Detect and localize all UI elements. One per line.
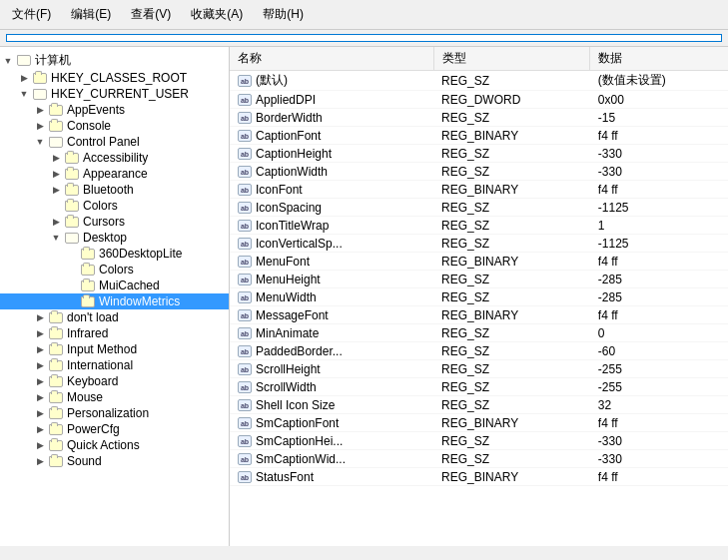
tree-expander[interactable]: ▶ [32,440,48,450]
tree-expander[interactable]: ▶ [32,328,48,338]
table-cell-data: -330 [590,163,728,181]
tree-expander[interactable]: ▶ [32,121,48,131]
tree-item-sound[interactable]: ▶Sound [0,453,229,469]
tree-item-quickactions[interactable]: ▶Quick Actions [0,437,229,453]
tree-item-colors2[interactable]: Colors [0,262,229,278]
type-icon: ab [238,274,252,285]
tree-expander[interactable]: ▶ [32,360,48,370]
table-cell-name: abMessageFont [230,306,433,324]
table-row[interactable]: abCaptionHeightREG_SZ-330 [230,145,728,163]
tree-item-mouse[interactable]: ▶Mouse [0,389,229,405]
tree-item-console[interactable]: ▶Console [0,118,229,134]
table-row[interactable]: abAppliedDPIREG_DWORD0x00 [230,91,728,109]
tree-item-colors[interactable]: Colors [0,198,229,214]
table-row[interactable]: abCaptionFontREG_BINARYf4 ff [230,127,728,145]
tree-expander[interactable]: ▶ [32,344,48,354]
table-cell-type: REG_BINARY [433,127,590,145]
table-row[interactable]: abCaptionWidthREG_SZ-330 [230,163,728,181]
table-row[interactable]: ab(默认)REG_SZ(数值未设置) [230,71,728,91]
type-icon: ab [238,327,252,339]
table-cell-type: REG_SZ [433,217,590,235]
tree-expander[interactable]: ▶ [32,312,48,322]
tree-expander[interactable]: ▶ [48,169,64,179]
tree-expander[interactable]: ▶ [48,153,64,163]
tree-expander[interactable]: ▼ [0,56,16,66]
tree-expander[interactable]: ▶ [32,424,48,434]
tree-expander[interactable]: ▶ [32,392,48,402]
table-row[interactable]: abIconSpacingREG_SZ-1125 [230,199,728,217]
table-header-名称[interactable]: 名称 [230,47,433,71]
table-cell-type: REG_BINARY [433,306,590,324]
folder-icon [64,199,80,213]
menubar-item[interactable]: 编辑(E) [67,4,115,25]
table-row[interactable]: abSmCaptionHei...REG_SZ-330 [230,432,728,450]
tree-expander[interactable]: ▶ [16,73,32,83]
tree-expander[interactable]: ▶ [32,408,48,418]
folder-icon [48,406,64,420]
table-row[interactable]: abMenuFontREG_BINARYf4 ff [230,253,728,271]
table-header-类型[interactable]: 类型 [433,47,590,71]
tree-item-360desktoplite[interactable]: 360DesktopLite [0,246,229,262]
tree-expander[interactable]: ▶ [32,376,48,386]
tree-item-dontload[interactable]: ▶don't load [0,309,229,325]
table-row[interactable]: abPaddedBorder...REG_SZ-60 [230,342,728,360]
type-icon: ab [238,256,252,268]
table-cell-data: 0x00 [590,91,728,109]
tree-item-desktop[interactable]: ▼Desktop [0,230,229,246]
table-row[interactable]: abMenuWidthREG_SZ-285 [230,288,728,306]
tree-item-international[interactable]: ▶International [0,357,229,373]
menubar: 文件(F)编辑(E)查看(V)收藏夹(A)帮助(H) [0,0,728,30]
table-row[interactable]: abMinAnimateREG_SZ0 [230,324,728,342]
table-row[interactable]: abMenuHeightREG_SZ-285 [230,271,728,288]
table-row[interactable]: abScrollHeightREG_SZ-255 [230,360,728,378]
tree-item-keyboard[interactable]: ▶Keyboard [0,373,229,389]
table-row[interactable]: abMessageFontREG_BINARYf4 ff [230,306,728,324]
folder-icon [64,231,80,245]
table-row[interactable]: abIconTitleWrapREG_SZ1 [230,217,728,235]
menubar-item[interactable]: 文件(F) [8,4,55,25]
tree-item-label: Infrared [67,326,108,340]
tree-item-windowmetrics[interactable]: WindowMetrics [0,293,229,309]
tree-item-personalization[interactable]: ▶Personalization [0,405,229,421]
tree-expander[interactable]: ▼ [16,89,32,99]
tree-item-powercfg[interactable]: ▶PowerCfg [0,421,229,437]
tree-expander[interactable]: ▶ [48,217,64,227]
tree-item-control_panel[interactable]: ▼Control Panel [0,134,229,150]
menubar-item[interactable]: 收藏夹(A) [187,4,247,25]
table-cell-type: REG_SZ [433,71,590,91]
table-row[interactable]: abStatusFontREG_BINARYf4 ff [230,468,728,486]
tree-expander[interactable]: ▶ [48,185,64,195]
table-cell-data: -285 [590,288,728,306]
tree-expander[interactable]: ▼ [48,233,64,243]
table-row[interactable]: abBorderWidthREG_SZ-15 [230,109,728,127]
tree-item-hkey_current_user[interactable]: ▼HKEY_CURRENT_USER [0,86,229,102]
tree-item-infrared[interactable]: ▶Infrared [0,325,229,341]
tree-item-cursors[interactable]: ▶Cursors [0,214,229,230]
table-cell-name: abMenuHeight [230,271,433,288]
tree-item-hkey_classes_root[interactable]: ▶HKEY_CLASSES_ROOT [0,70,229,86]
tree-item-appevents[interactable]: ▶AppEvents [0,102,229,118]
tree-expander[interactable]: ▼ [32,137,48,147]
table-cell-type: REG_SZ [433,324,590,342]
tree-item-accessibility[interactable]: ▶Accessibility [0,150,229,166]
type-icon: ab [238,220,252,232]
menubar-item[interactable]: 查看(V) [127,4,175,25]
table-row[interactable]: abIconFontREG_BINARYf4 ff [230,181,728,199]
tree-item-muicached[interactable]: MuiCached [0,278,229,293]
tree-item-label: Colors [99,263,134,277]
tree-expander[interactable]: ▶ [32,456,48,466]
table-header-数据[interactable]: 数据 [590,47,728,71]
table-row[interactable]: abSmCaptionWid...REG_SZ-330 [230,450,728,468]
table-row[interactable]: abIconVerticalSp...REG_SZ-1125 [230,235,728,253]
table-cell-type: REG_SZ [433,288,590,306]
table-row[interactable]: abScrollWidthREG_SZ-255 [230,378,728,396]
tree-expander[interactable]: ▶ [32,105,48,115]
tree-item-inputmethod[interactable]: ▶Input Method [0,341,229,357]
table-row[interactable]: abShell Icon SizeREG_SZ32 [230,396,728,414]
tree-item-appearance[interactable]: ▶Appearance [0,166,229,182]
tree-item-bluetooth[interactable]: ▶Bluetooth [0,182,229,198]
table-cell-data: 1 [590,217,728,235]
table-row[interactable]: abSmCaptionFontREG_BINARYf4 ff [230,414,728,432]
menubar-item[interactable]: 帮助(H) [259,4,308,25]
tree-item-computer[interactable]: ▼计算机 [0,51,229,70]
